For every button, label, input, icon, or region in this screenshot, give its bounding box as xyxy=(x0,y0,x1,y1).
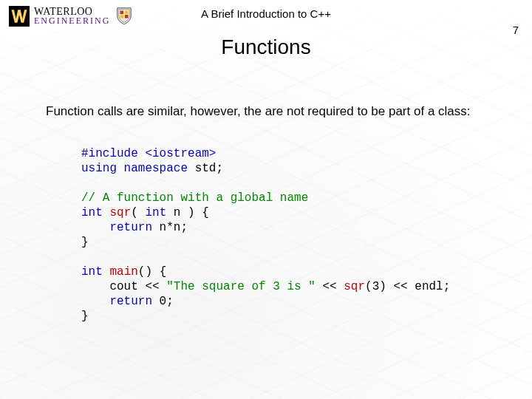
slide-title: Functions xyxy=(0,35,532,59)
code-token: main xyxy=(109,265,137,279)
code-token: return xyxy=(109,295,152,308)
code-token: } xyxy=(81,236,89,249)
code-token: sqr xyxy=(344,280,365,293)
code-block: #include <iostream> using namespace std;… xyxy=(81,146,502,324)
brand-header: WATERLOO ENGINEERING xyxy=(9,6,132,27)
code-token: 0; xyxy=(152,295,174,308)
code-token: n*n; xyxy=(152,221,188,234)
code-token: () { xyxy=(138,265,166,279)
code-token: // A function with a global name xyxy=(81,191,308,205)
svg-rect-2 xyxy=(125,11,129,15)
code-token xyxy=(81,295,109,308)
code-token: int xyxy=(81,265,103,279)
code-token: << xyxy=(316,280,344,293)
svg-rect-4 xyxy=(125,15,129,18)
code-token: #include <iostream> xyxy=(81,147,216,160)
code-token: cout << xyxy=(81,280,166,293)
code-token: int xyxy=(81,206,103,219)
page-number: 7 xyxy=(513,24,519,36)
code-token: using namespace xyxy=(81,162,188,175)
slide: WATERLOO ENGINEERING A Brief Introductio… xyxy=(0,0,532,399)
svg-rect-3 xyxy=(120,15,124,18)
svg-rect-0 xyxy=(9,6,30,27)
code-token xyxy=(103,206,110,219)
code-token: (3) << endl; xyxy=(365,280,450,293)
brand-bottom: ENGINEERING xyxy=(34,17,110,25)
code-token: n ) { xyxy=(166,206,209,219)
code-token xyxy=(81,221,109,234)
code-token: ( xyxy=(131,206,145,219)
waterloo-w-icon xyxy=(9,6,30,27)
code-token: std; xyxy=(188,162,223,175)
svg-rect-1 xyxy=(120,11,124,15)
body-text: Function calls are similar, however, the… xyxy=(46,103,494,120)
code-token: int xyxy=(145,206,166,219)
code-token: sqr xyxy=(109,206,131,219)
code-token: } xyxy=(81,310,89,323)
brand-text: WATERLOO ENGINEERING xyxy=(34,7,110,24)
code-token: return xyxy=(109,221,152,234)
crest-icon xyxy=(116,7,132,26)
code-token: "The square of 3 is " xyxy=(166,280,316,293)
code-token xyxy=(103,265,110,279)
